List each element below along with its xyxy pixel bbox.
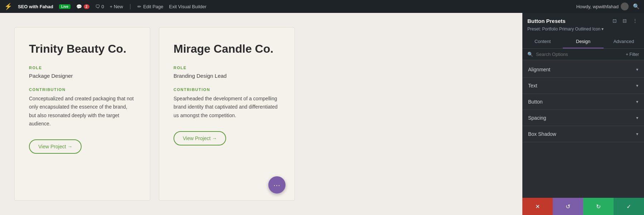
admin-bar-right: Howdy, wpwithfahad 🔍: [576, 3, 640, 10]
panel-tabs: Content Design Advanced: [522, 35, 644, 49]
role-value-1: Package Designer: [29, 73, 136, 79]
comments-count: 2: [84, 4, 89, 9]
expand-icon[interactable]: ⊡: [611, 17, 618, 24]
undo-icon: ↺: [566, 203, 570, 210]
view-project-btn-2[interactable]: View Project →: [174, 131, 226, 145]
howdy-text: Howdy, wpwithfahad: [576, 3, 629, 10]
edit-icon: ✏: [137, 4, 141, 9]
card-title-2: Mirage Candle Co.: [174, 42, 280, 56]
filter-button[interactable]: + Filter: [626, 52, 639, 57]
role-label-1: ROLE: [29, 66, 136, 70]
chevron-down-icon-spacing: ▾: [636, 115, 638, 120]
tab-design[interactable]: Design: [563, 35, 603, 48]
redo-icon: ↻: [596, 203, 601, 210]
zero-count: 0: [102, 4, 104, 9]
option-label-button: Button: [528, 99, 542, 105]
option-alignment[interactable]: Alignment ▾: [522, 62, 644, 78]
option-box-shadow[interactable]: Box Shadow ▾: [522, 126, 644, 142]
site-name[interactable]: SEO with Fahad: [18, 4, 53, 9]
main-content: Trinity Beauty Co. ROLE Package Designer…: [0, 13, 644, 215]
more-options-icon[interactable]: ⋮: [631, 17, 639, 24]
save-button[interactable]: ✓: [614, 198, 644, 215]
exit-visual-builder-item[interactable]: Exit Visual Builder: [169, 4, 207, 9]
bubble-icon: 🗨: [95, 4, 100, 9]
search-icon[interactable]: 🔍: [633, 3, 640, 10]
live-badge: Live: [59, 4, 70, 9]
panel-title-icons: ⊡ ⊟ ⋮: [611, 17, 639, 24]
cards-area: Trinity Beauty Co. ROLE Package Designer…: [0, 13, 522, 215]
chevron-down-icon-box-shadow: ▾: [636, 132, 638, 137]
contribution-label-1: CONTRIBUTION: [29, 87, 136, 92]
option-label-alignment: Alignment: [528, 67, 550, 72]
edit-page-label: Edit Page: [143, 4, 163, 9]
preset-selector[interactable]: Preset: Portfolio Primary Outlined Icon …: [527, 27, 639, 32]
role-label-2: ROLE: [174, 66, 280, 70]
panel-title-row: Button Presets ⊡ ⊟ ⋮: [527, 17, 639, 24]
comment-icon: 💬: [76, 4, 82, 9]
card-trinity: Trinity Beauty Co. ROLE Package Designer…: [14, 27, 150, 201]
search-options-input[interactable]: [536, 52, 623, 57]
option-text[interactable]: Text ▾: [522, 78, 644, 94]
option-label-spacing: Spacing: [528, 115, 546, 121]
chevron-down-icon-button: ▾: [636, 99, 638, 104]
edit-page-item[interactable]: ✏ Edit Page: [137, 4, 163, 9]
redo-button[interactable]: ↻: [583, 198, 614, 215]
view-project-btn-1[interactable]: View Project →: [29, 139, 82, 154]
panel-header: Button Presets ⊡ ⊟ ⋮ Preset: Portfolio P…: [522, 13, 644, 35]
panel-actions: ✕ ↺ ↻ ✓: [522, 198, 644, 215]
admin-bar: ⚡ SEO with Fahad Live 💬 2 🗨 0 + New | ✏ …: [0, 0, 644, 13]
contribution-label-2: CONTRIBUTION: [174, 87, 280, 92]
avatar[interactable]: [621, 3, 629, 10]
cancel-button[interactable]: ✕: [522, 198, 553, 215]
comments-zero[interactable]: 🗨 0: [95, 4, 104, 9]
preset-label: Preset: Portfolio Primary Outlined Icon …: [527, 27, 604, 32]
save-icon: ✓: [626, 203, 631, 210]
card-mirage: Mirage Candle Co. ROLE Branding Design L…: [159, 27, 295, 201]
floating-action-button[interactable]: ···: [268, 176, 286, 194]
contribution-text-2: Spearheaded the development of a compell…: [174, 95, 280, 119]
option-spacing[interactable]: Spacing ▾: [522, 110, 644, 126]
panel-options-list: Alignment ▾ Text ▾ Button ▾ Spacing ▾ Bo…: [522, 60, 644, 198]
option-button[interactable]: Button ▾: [522, 94, 644, 110]
comments-item[interactable]: 💬 2: [76, 4, 89, 9]
columns-icon[interactable]: ⊟: [621, 17, 628, 24]
search-row: 🔍 + Filter: [522, 49, 644, 60]
new-item[interactable]: + New: [110, 4, 123, 9]
card-title-1: Trinity Beauty Co.: [29, 42, 136, 56]
wordpress-logo-icon: ⚡: [4, 3, 12, 10]
panel-title: Button Presets: [527, 18, 566, 24]
option-label-text: Text: [528, 83, 537, 89]
chevron-down-icon-text: ▾: [636, 83, 638, 88]
contribution-text-1: Conceptualized and created packaging tha…: [29, 95, 136, 128]
chevron-down-icon-alignment: ▾: [636, 67, 638, 72]
option-label-box-shadow: Box Shadow: [528, 131, 556, 137]
undo-button[interactable]: ↺: [553, 198, 583, 215]
cancel-icon: ✕: [535, 203, 540, 210]
tab-content[interactable]: Content: [522, 35, 563, 48]
fab-dots-icon: ···: [273, 181, 280, 189]
role-value-2: Branding Design Lead: [174, 73, 280, 79]
search-icon: 🔍: [527, 52, 533, 57]
tab-advanced[interactable]: Advanced: [604, 35, 644, 48]
button-presets-panel: Button Presets ⊡ ⊟ ⋮ Preset: Portfolio P…: [522, 13, 644, 215]
